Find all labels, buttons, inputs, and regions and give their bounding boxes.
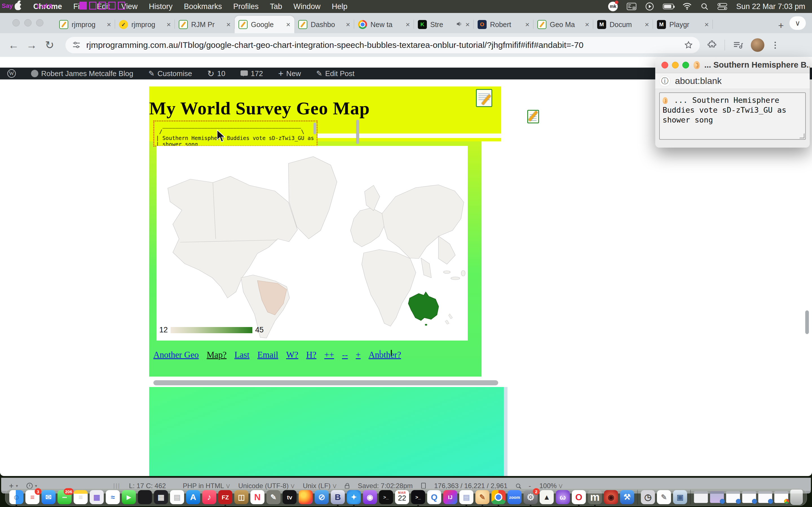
intellij[interactable]: IJ xyxy=(443,490,457,504)
notes[interactable]: ≡ xyxy=(73,490,88,504)
iterm[interactable]: >_ xyxy=(411,490,425,504)
link-h[interactable]: H? xyxy=(306,350,316,360)
menu-tab[interactable]: Tab xyxy=(270,2,282,11)
news[interactable]: N xyxy=(250,490,264,504)
podcasts[interactable]: ◉ xyxy=(363,490,377,504)
iframe-scrollbar[interactable] xyxy=(356,120,359,144)
new-tab-button[interactable]: + xyxy=(775,19,787,32)
link-another-geo[interactable]: Another Geo xyxy=(153,350,199,360)
tab-docum[interactable]: M Docum × xyxy=(593,16,653,33)
link-another[interactable]: Another? xyxy=(368,350,401,360)
messages[interactable]: ••• 206 xyxy=(57,490,71,504)
tab-close-icon[interactable]: × xyxy=(226,20,231,29)
admin-new[interactable]: +New xyxy=(278,68,301,79)
admin-edit-post[interactable]: ✎Edit Post xyxy=(316,69,354,78)
min-window-sheet-2[interactable] xyxy=(742,491,756,503)
link-last[interactable]: Last xyxy=(235,350,250,360)
info-icon[interactable]: ⓘ xyxy=(659,75,670,87)
firefox[interactable] xyxy=(299,490,313,504)
popup-close-button[interactable] xyxy=(661,62,668,68)
tab-robert[interactable]: O Robert × xyxy=(474,16,534,33)
tab-close-icon[interactable]: × xyxy=(705,20,709,29)
popup-address-bar[interactable]: ⓘ about:blank xyxy=(655,73,810,89)
tab-close-icon[interactable]: × xyxy=(465,20,470,29)
wifi-icon[interactable] xyxy=(682,3,692,10)
tab-playground[interactable]: M Playgr × xyxy=(653,16,713,33)
tooth-app[interactable]: m xyxy=(588,490,602,504)
screenshot-app[interactable]: ▣ xyxy=(673,490,687,504)
textarea-scrollbar-thumb[interactable] xyxy=(313,122,316,134)
admin-comments[interactable]: 172 xyxy=(241,69,263,78)
launchpad[interactable]: ▦ xyxy=(90,490,104,504)
popup-textarea[interactable]: ... Southern Hemisphere Buddies vote sD-… xyxy=(659,93,806,140)
dock-separator-1[interactable] xyxy=(637,490,638,504)
chrome-menu-icon[interactable] xyxy=(772,42,778,49)
tab-rjm-pr[interactable]: RJM Pr × xyxy=(175,16,235,33)
site-settings-icon[interactable] xyxy=(72,41,81,49)
email-mini-icon[interactable] xyxy=(379,350,380,356)
speech-bubble-textarea[interactable]: ________________________________________… xyxy=(153,121,317,147)
menu-window[interactable]: Window xyxy=(294,2,320,11)
min-window-doc[interactable] xyxy=(694,491,708,503)
geo-chart-map[interactable]: 12 45 xyxy=(156,146,468,341)
link-email[interactable]: Email xyxy=(257,350,278,360)
terminal[interactable]: >_ xyxy=(379,490,393,504)
statusbar-recent-button[interactable]: ▾ xyxy=(27,483,37,489)
computer-mini-icon[interactable] xyxy=(391,350,392,356)
speech-popup-window[interactable]: ... Southern Hemisphere B... ⓘ about:bla… xyxy=(655,57,810,148)
tab-dashboard[interactable]: Dashbo × xyxy=(294,16,354,33)
tab-audio-icon[interactable] xyxy=(456,20,462,29)
tab-close-icon[interactable]: × xyxy=(107,20,111,29)
writer-doc[interactable]: ▤ xyxy=(459,490,473,504)
tab-close-icon[interactable]: × xyxy=(346,20,350,29)
admin-customise[interactable]: ✎Customise xyxy=(149,69,192,78)
textedit[interactable]: ▤ xyxy=(170,490,184,504)
link-map[interactable]: Map? xyxy=(207,350,227,360)
tab-close-icon[interactable]: × xyxy=(286,20,290,29)
reminders[interactable]: ≡ 3 xyxy=(26,490,40,504)
dock-separator-2[interactable] xyxy=(690,490,691,504)
bookmark-star-icon[interactable] xyxy=(684,41,693,50)
cat-app[interactable]: ω xyxy=(556,490,570,504)
menu-clock[interactable]: Sun 22 Mar 7:03 pm xyxy=(736,2,805,11)
block-app[interactable]: ⊘ xyxy=(315,490,329,504)
inkscape[interactable]: ▲ xyxy=(540,490,554,504)
popup-minimize-button[interactable] xyxy=(672,62,679,68)
link-w[interactable]: W? xyxy=(286,350,298,360)
popup-titlebar[interactable]: ... Southern Hemisphere B... xyxy=(655,57,810,73)
finder[interactable]: ☺ xyxy=(9,490,23,504)
extensions-icon[interactable] xyxy=(707,40,717,50)
lower-panel-scrollbar[interactable] xyxy=(504,387,507,476)
menu-profiles[interactable]: Profiles xyxy=(233,2,259,11)
tab-geo-map[interactable]: Geo Ma × xyxy=(534,16,593,33)
spotlight-search-icon[interactable] xyxy=(701,3,709,10)
apple-menu-icon[interactable] xyxy=(15,3,21,10)
tab-rjmprog-2[interactable]: ✓ rjmprog × xyxy=(115,16,175,33)
tab-close-icon[interactable]: × xyxy=(406,20,410,29)
reload-button[interactable]: ↻ xyxy=(41,39,59,51)
tab-search-button[interactable]: ∨ xyxy=(790,16,806,30)
dial-app[interactable]: ◉ xyxy=(604,490,618,504)
admin-site-menu[interactable]: Robert James Metcalfe Blog xyxy=(31,69,133,78)
link-plusplus[interactable]: ++ xyxy=(324,350,334,360)
horizontal-scrollbar[interactable] xyxy=(153,380,498,385)
min-window-sheet-3[interactable] xyxy=(758,491,772,503)
tab-stream[interactable]: K Stre × xyxy=(414,16,474,33)
notepad-icon-large[interactable] xyxy=(476,89,492,107)
mail[interactable]: ✉ xyxy=(42,490,56,504)
forward-button[interactable]: → xyxy=(22,39,41,51)
url-text[interactable]: rjmprogramming.com.au/ITblog/google-char… xyxy=(86,40,678,50)
zoom-window-button[interactable] xyxy=(36,19,43,26)
dark-utility[interactable] xyxy=(138,490,152,504)
zoom[interactable]: zoom xyxy=(507,490,522,504)
quicktime[interactable]: Q xyxy=(427,490,441,504)
music[interactable]: ♪ xyxy=(202,490,216,504)
tab-new-tab[interactable]: New ta × xyxy=(354,16,414,33)
tab-close-icon[interactable]: × xyxy=(585,20,589,29)
menu-bookmarks[interactable]: Bookmarks xyxy=(184,2,222,11)
battery-icon[interactable] xyxy=(663,4,673,9)
filezilla[interactable]: FZ xyxy=(218,490,232,504)
tab-close-icon[interactable]: × xyxy=(167,20,171,29)
close-window-button[interactable] xyxy=(12,19,20,26)
input-menu-icon[interactable] xyxy=(627,3,637,10)
